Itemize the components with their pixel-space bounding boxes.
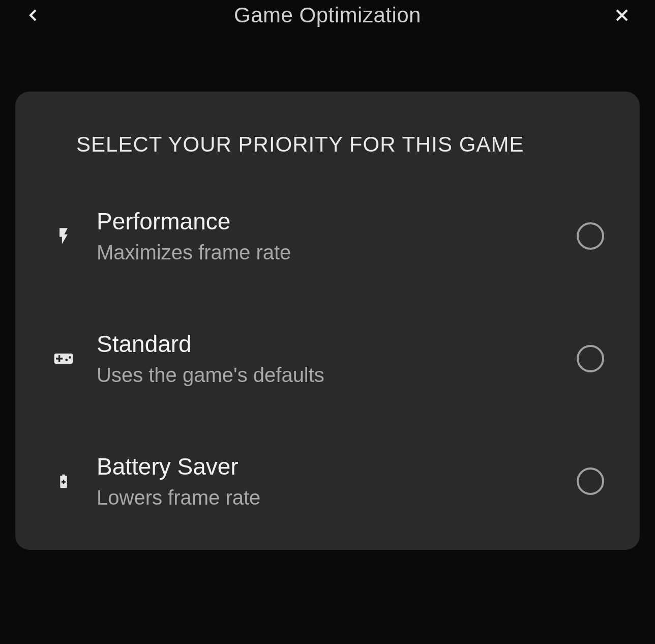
close-button[interactable] xyxy=(609,3,635,28)
card-heading: SELECT YOUR PRIORITY FOR THIS GAME xyxy=(76,132,604,157)
option-description: Uses the game's defaults xyxy=(97,364,556,387)
gamepad-icon xyxy=(51,346,76,371)
option-title: Standard xyxy=(97,330,556,358)
option-text: Standard Uses the game's defaults xyxy=(97,330,556,387)
priority-card: SELECT YOUR PRIORITY FOR THIS GAME Perfo… xyxy=(15,92,640,550)
option-title: Performance xyxy=(97,208,556,235)
option-title: Battery Saver xyxy=(97,453,556,480)
radio-standard[interactable] xyxy=(577,345,604,372)
option-battery-saver[interactable]: Battery Saver Lowers frame rate xyxy=(51,453,604,509)
option-description: Lowers frame rate xyxy=(97,486,556,509)
option-text: Battery Saver Lowers frame rate xyxy=(97,453,556,509)
radio-battery-saver[interactable] xyxy=(577,467,604,495)
option-standard[interactable]: Standard Uses the game's defaults xyxy=(51,330,604,387)
option-text: Performance Maximizes frame rate xyxy=(97,208,556,264)
header: Game Optimization xyxy=(0,0,655,31)
bolt-icon xyxy=(51,223,76,249)
back-button[interactable] xyxy=(20,3,46,28)
battery-icon xyxy=(51,469,76,494)
option-performance[interactable]: Performance Maximizes frame rate xyxy=(51,208,604,264)
option-description: Maximizes frame rate xyxy=(97,241,556,264)
radio-performance[interactable] xyxy=(577,222,604,250)
page-title: Game Optimization xyxy=(46,3,609,27)
